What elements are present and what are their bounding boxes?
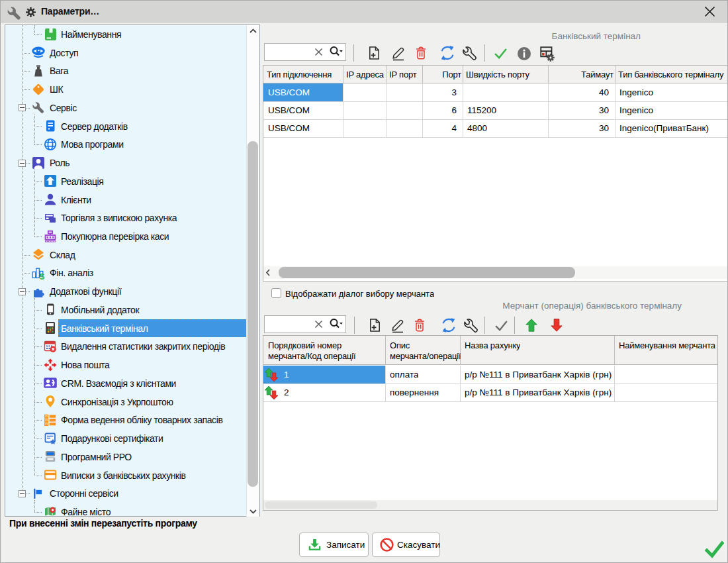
svg-text:$: $ <box>40 272 45 280</box>
